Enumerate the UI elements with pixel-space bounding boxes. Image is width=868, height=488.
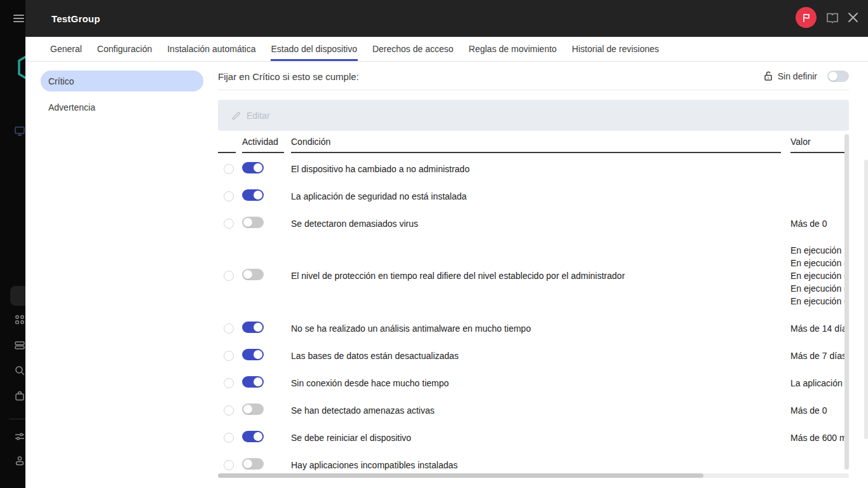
table-row: Se han detectado amenazas activasMás de … [218,396,849,424]
row-select-radio[interactable] [224,405,234,416]
tab-configuracion[interactable]: Configuración [97,37,153,61]
condition-header-label: Fijar en Crítico si esto se cumple: [218,70,359,82]
value-cell: Más de 0 [790,217,849,230]
column-value: Valor [790,134,849,153]
table-row: Las bases de datos están desactualizadas… [218,342,849,369]
value-cell: En ejecuciónEn ejecución (pEn ejecución … [790,244,849,308]
page-scrollbar[interactable] [864,159,868,439]
table-vertical-scrollbar[interactable] [844,134,849,470]
pencil-icon [232,111,241,120]
condition-label: La aplicación de seguridad no está insta… [291,191,781,201]
help-book-icon[interactable] [826,12,839,24]
close-icon[interactable] [848,12,858,23]
column-activity: Actividad [242,134,284,153]
enforce-toggle[interactable] [827,71,849,82]
row-select-radio[interactable] [224,191,234,201]
condition-label: Se debe reiniciar el dispositivo [291,433,781,443]
unlock-icon[interactable] [764,71,773,81]
flag-icon [801,13,811,23]
row-select-radio[interactable] [224,271,234,281]
row-select-radio[interactable] [224,460,234,470]
row-activity-toggle[interactable] [242,269,264,280]
condition-label: El dispositivo ha cambiado a no administ… [291,164,781,174]
table-row: No se ha realizado un análisis antimalwa… [218,315,849,342]
row-select-radio[interactable] [224,323,234,334]
tab-bar: GeneralConfiguraciónInstalación automáti… [25,37,868,62]
edit-button[interactable]: Editar [232,111,270,121]
panel-header: TestGroup [25,0,868,37]
conditions-table-header: Actividad Condición Valor [218,134,849,153]
row-activity-toggle[interactable] [242,349,264,360]
row-activity-toggle[interactable] [242,403,264,415]
row-activity-toggle[interactable] [242,376,264,388]
storage-icon[interactable] [14,339,25,351]
condition-label: El nivel de protección en tiempo real di… [291,271,781,281]
left-nav-rail [0,0,25,488]
tab-historial-de-revisiones[interactable]: Historial de revisiones [571,37,660,61]
value-cell: Más de 600 mi [790,431,849,444]
rail-active-item-highlight[interactable] [10,286,25,306]
condition-label: Sin conexión desde hace mucho tiempo [291,378,781,388]
condition-label: Hay aplicaciones incompatibles instalada… [291,460,781,470]
device-status-content: CríticoAdvertencia Fijar en Crítico si e… [25,62,868,488]
conditions-section: Fijar en Crítico si esto se cumple: Sin … [218,62,849,488]
condition-label: No se ha realizado un análisis antimalwa… [291,323,781,334]
row-activity-toggle[interactable] [242,217,264,228]
row-select-radio[interactable] [224,378,234,388]
value-cell: Más de 7 días [790,349,849,362]
assets-icon[interactable] [14,314,25,325]
tab-estado-del-dispositivo[interactable]: Estado del dispositivo [271,37,358,61]
tab-derechos-de-acceso[interactable]: Derechos de acceso [372,37,454,61]
column-condition: Condición [291,134,781,153]
table-row: La aplicación de seguridad no está insta… [218,182,849,210]
search-icon[interactable] [14,365,25,376]
edit-button-label: Editar [247,111,270,121]
row-select-radio[interactable] [224,351,234,361]
row-select-radio[interactable] [224,164,234,174]
marketplace-bag-icon[interactable] [14,390,25,402]
conditions-table-body: El dispositivo ha cambiado a no administ… [218,155,849,478]
severity-item-critico[interactable]: Crítico [41,71,203,92]
row-activity-toggle[interactable] [242,431,264,442]
tab-reglas-de-movimiento[interactable]: Reglas de movimiento [468,37,558,61]
flag-notification-button[interactable] [796,7,817,28]
row-select-radio[interactable] [224,219,234,229]
app-window: TestGroup GeneralConfiguraciónInstalació… [0,0,868,488]
value-cell: Más de 0 [790,404,849,417]
severity-list: CríticoAdvertencia [41,71,203,123]
condition-header-row: Fijar en Crítico si esto se cumple: Sin … [218,62,849,90]
table-row: El dispositivo ha cambiado a no administ… [218,155,849,182]
condition-label: Se detectaron demasiados virus [291,219,781,229]
condition-label: Se han detectado amenazas activas [291,405,781,416]
row-activity-toggle[interactable] [242,189,264,201]
group-properties-panel: TestGroup GeneralConfiguraciónInstalació… [25,0,868,488]
group-title: TestGroup [51,13,100,24]
row-select-radio[interactable] [224,433,234,443]
account-user-icon[interactable] [14,455,25,466]
lock-state-label: Sin definir [778,71,817,81]
column-select [218,134,236,153]
table-horizontal-scrollbar[interactable] [218,473,849,478]
row-activity-toggle[interactable] [242,162,264,173]
hamburger-menu-icon[interactable] [13,15,24,23]
tab-instalacion-automatica[interactable]: Instalación automática [166,37,256,61]
table-row: El nivel de protección en tiempo real di… [218,237,849,315]
table-row: Sin conexión desde hace mucho tiempoLa a… [218,369,849,396]
table-row: Se detectaron demasiados virusMás de 0 [218,210,849,237]
row-activity-toggle[interactable] [242,322,264,333]
severity-item-advertencia[interactable]: Advertencia [41,97,203,118]
rail-divider [9,419,25,419]
monitoring-devices-icon[interactable] [14,125,25,137]
table-row: Se debe reiniciar el dispositivoMás de 6… [218,424,849,451]
settings-sliders-icon[interactable] [14,431,25,442]
value-cell: La aplicación n [790,377,849,390]
value-cell: Más de 14 días [790,322,849,335]
table-toolbar: Editar [218,100,849,131]
tab-general[interactable]: General [50,37,83,61]
condition-label: Las bases de datos están desactualizadas [291,351,781,361]
app-logo-icon [17,53,25,82]
row-activity-toggle[interactable] [242,458,264,470]
